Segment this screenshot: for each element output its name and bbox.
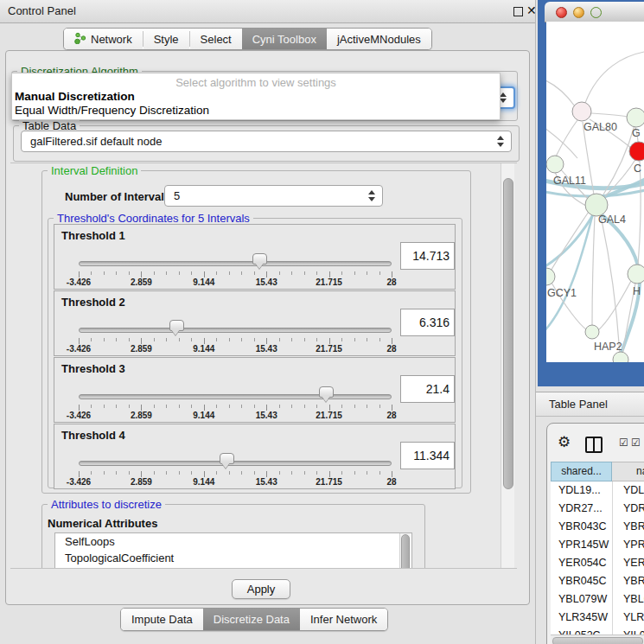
slider-thumb[interactable]	[220, 453, 234, 464]
network-node[interactable]	[546, 156, 564, 173]
slider-tick	[266, 271, 267, 277]
table-row[interactable]: YBR045CYBR0	[551, 572, 644, 590]
slider-tick	[191, 471, 192, 475]
threshold-value-field[interactable]: 21.4	[400, 375, 455, 403]
slider-tick	[141, 471, 142, 477]
checkbox-icon[interactable]: ☑	[631, 437, 641, 448]
table-row[interactable]: YLR345WYLR3	[551, 609, 644, 627]
column-header-shared-name[interactable]: shared...	[551, 462, 612, 481]
tab-impute-data[interactable]: Impute Data	[121, 609, 203, 630]
slider-scale-label: 9.144	[193, 344, 214, 354]
dropdown-item-equal-width[interactable]: Equal Width/Frequency Discretization	[15, 104, 209, 117]
slider-tick	[379, 271, 380, 275]
table-row[interactable]: YBR043CYBR0	[551, 518, 644, 536]
table-row[interactable]: YDL19...YDL1	[551, 481, 644, 500]
slider-track[interactable]	[79, 394, 392, 399]
slider-tick	[154, 405, 155, 408]
slider-tick	[116, 471, 117, 475]
threshold-label: Threshold 4	[61, 429, 125, 442]
minimize-traffic-light-icon[interactable]	[573, 7, 584, 18]
table-row[interactable]: YIL052CYIL0	[551, 627, 644, 634]
threshold-panel: Threshold 2-3.4262.8599.14415.4321.71528…	[54, 290, 456, 356]
slider-scale-label: 9.144	[193, 411, 214, 420]
table-panel-title: Table Panel	[549, 398, 608, 411]
slider-tick	[179, 405, 180, 408]
slider-tick	[354, 271, 355, 275]
attributes-group-title: Attributes to discretize	[48, 498, 165, 511]
float-window-icon[interactable]	[513, 7, 523, 16]
tab-network[interactable]: Network	[64, 29, 143, 49]
network-node[interactable]	[627, 108, 644, 127]
network-node[interactable]	[546, 268, 555, 285]
threshold-value-field[interactable]: 6.316	[400, 309, 455, 336]
table-row[interactable]: YPR145WYPR1	[551, 536, 644, 554]
gear-icon[interactable]: ⚙	[558, 435, 571, 450]
table-data-combobox[interactable]: galFiltered.sif default node	[21, 131, 512, 152]
network-window-titlebar[interactable]	[545, 2, 644, 22]
slider-tick	[154, 471, 155, 475]
scrollbar-thumb[interactable]	[552, 637, 643, 644]
tab-jactivemnodules[interactable]: jActiveMNodules	[327, 29, 431, 49]
tab-style[interactable]: Style	[143, 29, 189, 49]
slider-scale-label: -3.426	[67, 277, 91, 287]
close-traffic-light-icon[interactable]	[556, 7, 567, 18]
threshold-value-field[interactable]: 11.344	[400, 442, 455, 469]
dropdown-item-manual[interactable]: Manual Discretization	[15, 90, 135, 103]
network-window-frame[interactable]: GAL80GCGAL11GAL4GCY1HHAP2	[538, 0, 644, 386]
number-of-intervals-spinner[interactable]: 5	[164, 185, 383, 207]
table-horizontal-scrollbar[interactable]	[551, 634, 644, 644]
settings-scrollbar[interactable]	[501, 163, 514, 568]
network-node[interactable]	[585, 325, 599, 339]
column-header-name[interactable]: na	[612, 462, 644, 481]
slider-scale-label: 2.859	[131, 411, 152, 420]
network-node-selected[interactable]	[629, 142, 644, 161]
slider-thumb[interactable]	[252, 253, 267, 265]
tab-discretize-data[interactable]: Discretize Data	[203, 609, 300, 630]
slider-tick	[266, 338, 267, 344]
slider-track[interactable]	[79, 261, 392, 266]
slider-scale-label: 15.43	[256, 477, 277, 487]
attribute-list-item[interactable]: SelfLoops	[55, 533, 411, 550]
slider-tick	[141, 338, 142, 344]
network-node[interactable]	[628, 265, 644, 284]
attributes-list-scrollbar[interactable]	[399, 533, 411, 569]
threshold-stack: Threshold 1-3.4262.8599.14415.4321.71528…	[54, 224, 456, 490]
slider-thumb[interactable]	[319, 386, 334, 398]
attribute-list-item[interactable]: TopologicalCoefficient	[55, 550, 411, 566]
slider-tick	[154, 271, 155, 275]
table-row[interactable]: YBL079WYBL0	[551, 590, 644, 609]
apply-button[interactable]: Apply	[232, 579, 290, 599]
slider-tick	[166, 405, 167, 408]
slider-track[interactable]	[79, 328, 392, 333]
scrollbar-thumb[interactable]	[503, 178, 513, 489]
threshold-value-field[interactable]: 14.713	[400, 242, 455, 270]
slider-scale-label: 28	[386, 477, 396, 487]
slider-tick	[79, 471, 80, 477]
network-node[interactable]	[572, 102, 591, 121]
slider-tick	[116, 338, 117, 341]
attribute-list-item[interactable]: BetweennessCentrality	[55, 566, 411, 569]
slider-tick	[91, 338, 92, 341]
slider-tick	[191, 338, 192, 341]
network-node[interactable]	[613, 352, 628, 362]
network-edge	[601, 216, 620, 354]
slider-tick	[204, 338, 205, 344]
network-canvas[interactable]: GAL80GCGAL11GAL4GCY1HHAP2	[546, 22, 644, 362]
slider-tick	[254, 405, 255, 408]
tab-cyni-toolbox[interactable]: Cyni Toolbox	[242, 29, 327, 49]
slider-thumb[interactable]	[169, 320, 184, 331]
checkbox-icon[interactable]: ☑	[619, 437, 628, 448]
tab-infer-network[interactable]: Infer Network	[300, 609, 387, 630]
tab-select[interactable]: Select	[190, 29, 242, 49]
table-panel: ⚙ ☑ ☑ shared... na YDL19...YDL1YDR27...Y…	[546, 423, 644, 644]
split-columns-icon[interactable]	[585, 437, 603, 453]
slider-tick	[341, 405, 342, 408]
slider-tick	[229, 405, 230, 408]
zoom-traffic-light-icon[interactable]	[590, 7, 602, 18]
table-row[interactable]: YER054CYER0	[551, 554, 644, 572]
slider-tick	[266, 471, 267, 477]
scrollbar-thumb[interactable]	[401, 534, 410, 569]
table-row[interactable]: YDR27...YDR2	[551, 500, 644, 518]
slider-track[interactable]	[79, 461, 392, 466]
dropdown-placeholder-item[interactable]: Select algorithm to view settings	[12, 76, 500, 89]
